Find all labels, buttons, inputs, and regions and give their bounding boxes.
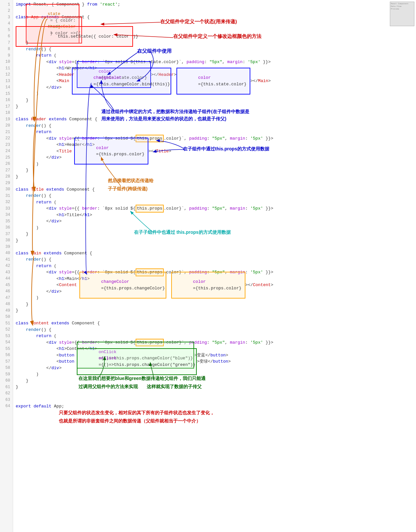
code-line-59: ) — [16, 371, 413, 378]
code-line-40: class Main extends Component { — [16, 250, 413, 257]
code-line-33: < div style ={{ border : `8px solid ${ t… — [16, 205, 413, 212]
code-line-31: render () { — [16, 193, 413, 199]
code-line-26: ) — [16, 161, 413, 167]
code-line-16: } — [16, 97, 413, 104]
code-line-24: < Title color ={this.props.color} ></ Ti… — [16, 148, 413, 155]
code-line-52: render () { — [16, 327, 413, 333]
code-line-39 — [16, 244, 413, 250]
code-line-45: < Content changeColor ={this.props.chang… — [16, 282, 413, 288]
code-line-25: </ div > — [16, 154, 413, 161]
code-line-63 — [16, 397, 413, 403]
code-line-15: ) — [16, 91, 413, 97]
code-line-46: </ div > — [16, 288, 413, 295]
code-line-8: render () { — [16, 46, 413, 53]
code-line-34: < h1 >Title</ h1 > — [16, 212, 413, 218]
code-line-56: < button onClick ={()=>this.props.change… — [16, 352, 413, 359]
thumbnail: React ComponentData FlowPreview — [390, 2, 414, 26]
line-numbers: 1 2 3 4 5 6 7 8 9 10 11 12 13 14 15 16 1… — [0, 0, 13, 532]
code-line-53: return ( — [16, 333, 413, 339]
code-line-36: ) — [16, 225, 413, 231]
code-line-28: } — [16, 174, 413, 180]
code-line-18 — [16, 110, 413, 116]
code-line-51: class Content extends Component { — [16, 320, 413, 327]
code-line-41: render () { — [16, 256, 413, 263]
code-line-35: </ div > — [16, 218, 413, 225]
code-line-10: < div style ={{ border : `8px solid ${th… — [16, 59, 413, 65]
code-line-30: class Title extends Component { — [16, 186, 413, 193]
code-line-54: < div style ={{ border : `8px solid ${ t… — [16, 339, 413, 346]
code-line-20: render () { — [16, 123, 413, 129]
code-line-27: } — [16, 167, 413, 174]
code-line-48: } — [16, 301, 413, 308]
code-line-49: } — [16, 307, 413, 314]
code-line-60: } — [16, 378, 413, 384]
code-line-7: } — [16, 40, 413, 46]
code-line-29 — [16, 180, 413, 186]
code-line-58: </ div > — [16, 365, 413, 371]
code-area: import React, { Component } from 'react'… — [13, 0, 416, 532]
code-line-38: } — [16, 237, 413, 244]
code-line-61: } — [16, 384, 413, 390]
code-line-37: } — [16, 231, 413, 237]
code-line-57: < button onClick ={()=>this.props.change… — [16, 358, 413, 365]
code-line-21: return — [16, 129, 413, 135]
code-line-47: ) — [16, 295, 413, 301]
code-line-19: class Header extends Component { — [16, 116, 413, 123]
code-line-64: export default App; — [16, 403, 413, 410]
code-line-32: return ( — [16, 199, 413, 206]
code-line-14: </ div > — [16, 84, 413, 91]
code-line-17: } — [16, 103, 413, 110]
code-line-50 — [16, 314, 413, 320]
code-container: 1 2 3 4 5 6 7 8 9 10 11 12 13 14 15 16 1… — [0, 0, 416, 532]
code-line-6: this.setState({ color: color )} — [16, 33, 413, 40]
code-line-62 — [16, 390, 413, 397]
annotation-9: 只要父组件的状态发生变化，相对应的其下所有的子组件状态也发生了变化，也就是所谓的… — [59, 409, 214, 425]
code-line-9: return ( — [16, 52, 413, 59]
code-line-13: < Main changeColor ={this.changeColor.bi… — [16, 78, 413, 84]
code-line-55: < h1 >Content</ h1 > — [16, 346, 413, 352]
code-line-42: return ( — [16, 263, 413, 269]
